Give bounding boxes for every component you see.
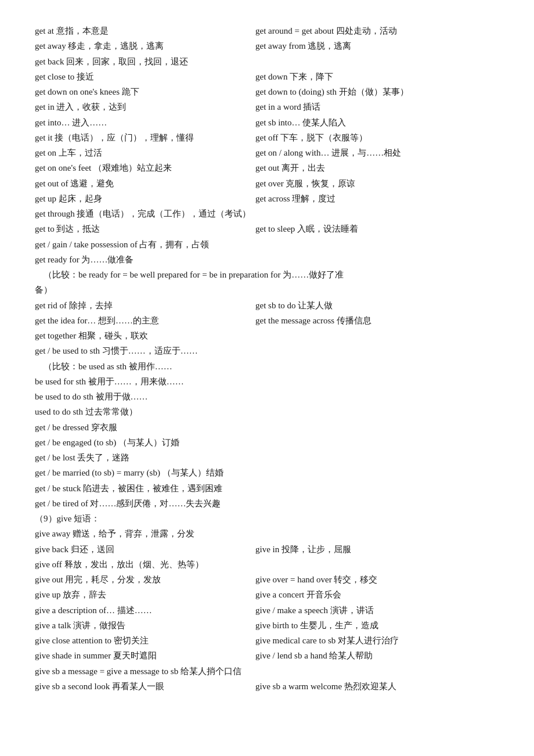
right-entry: get down 下来，降下	[255, 69, 499, 84]
line-item: get rid of 除掉，去掉get sb to do 让某人做	[35, 298, 499, 313]
line-item: get / be engaged (to sb) （与某人）订婚	[35, 435, 499, 450]
left-entry: get to 到达，抵达	[35, 221, 255, 236]
left-entry: get down on one's knees 跪下	[35, 84, 255, 99]
main-content: get at 意指，本意是get around = get about 四处走动…	[35, 23, 499, 694]
left-entry: get into… 进入……	[35, 115, 255, 130]
right-entry: get to sleep 入眠，设法睡着	[255, 221, 499, 236]
line-item: be used to do sth 被用于做……	[35, 389, 499, 404]
line-item: get at 意指，本意是get around = get about 四处走动…	[35, 23, 499, 38]
right-entry: get out 离开，出去	[255, 160, 499, 175]
right-entry: give birth to 生婴儿，生产，造成	[255, 618, 499, 633]
right-entry: give / make a speech 演讲，讲话	[255, 603, 499, 618]
line-item: get out of 逃避，避免get over 克服，恢复，原谅	[35, 176, 499, 191]
line-item: give shade in summer 夏天时遮阳give / lend sb…	[35, 648, 499, 663]
right-entry: give in 投降，让步，屈服	[255, 542, 499, 557]
line-item: get / be dressed 穿衣服	[35, 420, 499, 435]
left-entry: give back 归还，送回	[35, 542, 255, 557]
line-item: get back 回来，回家，取回，找回，退还	[35, 54, 499, 69]
line-item: get close to 接近get down 下来，降下	[35, 69, 499, 84]
left-entry: get on 上车，过活	[35, 145, 255, 160]
line-item: get / gain / take possession of 占有，拥有，占领	[35, 237, 499, 252]
line-item: get the idea for… 想到……的主意get the message…	[35, 313, 499, 328]
line-item: give close attention to 密切关注give medical…	[35, 633, 499, 648]
left-entry: get away 移走，拿走，逃脱，逃离	[35, 38, 255, 53]
left-entry: get rid of 除掉，去掉	[35, 298, 255, 313]
right-entry: give medical care to sb 对某人进行治疗	[255, 633, 499, 648]
line-item: give a talk 演讲，做报告give birth to 生婴儿，生产，造…	[35, 618, 499, 633]
line-item: get away 移走，拿走，逃脱，逃离get away from 逃脱，逃离	[35, 38, 499, 53]
line-item: get / be stuck 陷进去，被困住，被难住，遇到困难	[35, 481, 499, 496]
line-item: get to 到达，抵达get to sleep 入眠，设法睡着	[35, 221, 499, 236]
left-entry: get the idea for… 想到……的主意	[35, 313, 255, 328]
left-entry: get close to 接近	[35, 69, 255, 84]
right-entry: give over = hand over 转交，移交	[255, 572, 499, 587]
left-entry: give up 放弃，辞去	[35, 587, 255, 602]
line-item: （比较：be ready for = be well prepared for …	[35, 267, 499, 282]
line-item: give away 赠送，给予，背弃，泄露，分发	[35, 526, 499, 541]
right-entry: get the message across 传播信息	[255, 313, 499, 328]
line-item: give up 放弃，辞去give a concert 开音乐会	[35, 587, 499, 602]
right-entry: get sb to do 让某人做	[255, 298, 499, 313]
right-entry: get down to (doing) sth 开始（做）某事）	[255, 84, 499, 99]
left-entry: get it 接（电话），应（门），理解，懂得	[35, 130, 255, 145]
right-entry: get away from 逃脱，逃离	[255, 38, 499, 53]
line-item: give sb a message = give a message to sb…	[35, 664, 499, 679]
right-entry: get across 理解，度过	[255, 191, 499, 206]
line-item: get / be tired of 对……感到厌倦，对……失去兴趣	[35, 496, 499, 511]
line-item: get / be married (to sb) = marry (sb) （与…	[35, 465, 499, 480]
left-entry: give a talk 演讲，做报告	[35, 618, 255, 633]
right-entry: get in a word 插话	[255, 99, 499, 114]
right-entry: get sb into… 使某人陷入	[255, 115, 499, 130]
left-entry: get on one's feet （艰难地）站立起来	[35, 160, 255, 175]
line-item: get together 相聚，碰头，联欢	[35, 328, 499, 343]
left-entry: give away 赠送，给予，背弃，泄露，分发	[35, 526, 255, 541]
line-item: give out 用完，耗尽，分发，发放give over = hand ove…	[35, 572, 499, 587]
left-entry: give close attention to 密切关注	[35, 633, 255, 648]
left-entry: get in 进入，收获，达到	[35, 99, 255, 114]
line-item: get down on one's knees 跪下get down to (d…	[35, 84, 499, 99]
line-item: give sb a second look 再看某人一眼give sb a wa…	[35, 679, 499, 694]
line-item: give back 归还，送回give in 投降，让步，屈服	[35, 542, 499, 557]
line-item: get through 接通（电话），完成（工作），通过（考试）	[35, 206, 499, 221]
line-item: （比较：be used as sth 被用作……	[35, 359, 499, 374]
line-item: used to do sth 过去常常做）	[35, 404, 499, 419]
right-entry	[255, 526, 499, 541]
right-entry: give sb a warm welcome 热烈欢迎某人	[255, 679, 499, 694]
left-entry: get up 起床，起身	[35, 191, 255, 206]
left-entry: give shade in summer 夏天时遮阳	[35, 648, 255, 663]
line-item: get up 起床，起身get across 理解，度过	[35, 191, 499, 206]
line-item: （9）give 短语：	[35, 511, 499, 526]
line-item: get in 进入，收获，达到get in a word 插话	[35, 99, 499, 114]
line-item: get ready for 为……做准备	[35, 252, 499, 267]
left-entry: give a description of… 描述……	[35, 603, 255, 618]
line-item: be used for sth 被用于……，用来做……	[35, 374, 499, 389]
right-entry: get on / along with… 进展，与……相处	[255, 145, 499, 160]
right-entry: give a concert 开音乐会	[255, 587, 499, 602]
right-entry: get around = get about 四处走动，活动	[255, 23, 499, 38]
line-item: get on 上车，过活get on / along with… 进展，与……相…	[35, 145, 499, 160]
left-entry: give sb a second look 再看某人一眼	[35, 679, 255, 694]
right-entry: give / lend sb a hand 给某人帮助	[255, 648, 499, 663]
line-item: get / be used to sth 习惯于……，适应于……	[35, 343, 499, 358]
line-item: get into… 进入……get sb into… 使某人陷入	[35, 115, 499, 130]
line-item: get on one's feet （艰难地）站立起来get out 离开，出去	[35, 160, 499, 175]
line-item: get it 接（电话），应（门），理解，懂得get off 下车，脱下（衣服等…	[35, 130, 499, 145]
left-entry: get at 意指，本意是	[35, 23, 255, 38]
right-entry: get off 下车，脱下（衣服等）	[255, 130, 499, 145]
line-item: 备）	[35, 282, 499, 297]
line-item: give a description of… 描述……give / make a…	[35, 603, 499, 618]
line-item: give off 释放，发出，放出（烟、光、热等）	[35, 557, 499, 572]
left-entry: get out of 逃避，避免	[35, 176, 255, 191]
line-item: get / be lost 丢失了，迷路	[35, 450, 499, 465]
right-entry: get over 克服，恢复，原谅	[255, 176, 499, 191]
left-entry: give out 用完，耗尽，分发，发放	[35, 572, 255, 587]
